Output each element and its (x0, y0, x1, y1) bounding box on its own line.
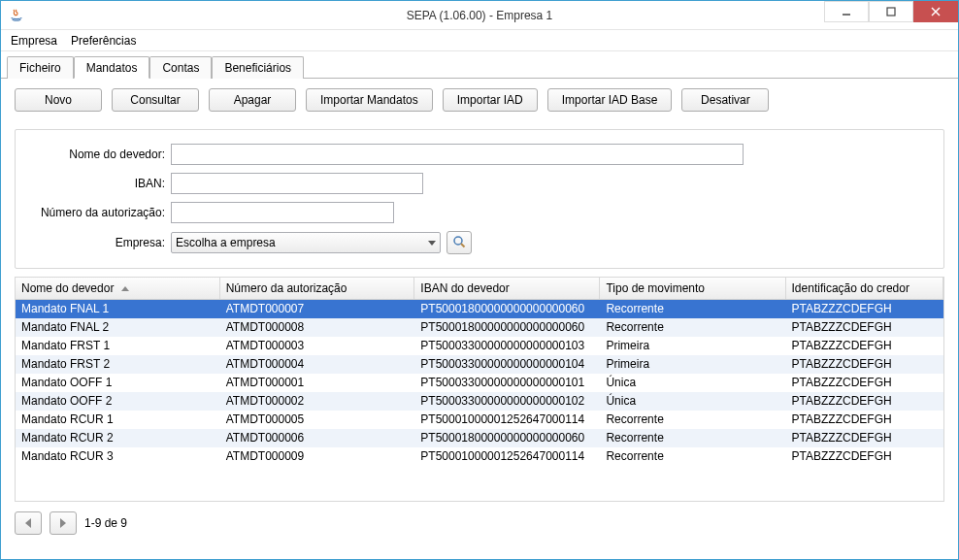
toolbar: Novo Consultar Apagar Importar Mandatos … (15, 88, 944, 112)
arrow-right-icon (60, 518, 66, 528)
mandatos-table-wrap: Nome do devedor Número da autorização IB… (15, 277, 944, 502)
content-area: Novo Consultar Apagar Importar Mandatos … (1, 79, 958, 544)
tab-contas[interactable]: Contas (149, 56, 212, 79)
tab-bar: Ficheiro Mandatos Contas Beneficiários (1, 51, 958, 79)
mandatos-table-body: Mandato FNAL 1ATMDT000007PT5000180000000… (16, 300, 943, 466)
iban-input[interactable] (171, 173, 423, 194)
importar-iad-button[interactable]: Importar IAD (443, 88, 538, 112)
arrow-left-icon (25, 518, 31, 528)
cell-numero: ATMDT000001 (219, 374, 414, 392)
prev-page-button[interactable] (15, 511, 42, 535)
table-row[interactable]: Mandato OOFF 1ATMDT000001PT5000330000000… (16, 374, 943, 392)
sort-asc-icon (121, 286, 129, 291)
minimize-button[interactable] (824, 1, 869, 22)
window-title: SEPA (1.06.00) - Empresa 1 (1, 9, 958, 22)
search-icon (452, 235, 466, 251)
col-header-iban[interactable]: IBAN do devedor (414, 278, 600, 300)
cell-numero: ATMDT000002 (219, 392, 414, 411)
importar-mandatos-button[interactable]: Importar Mandatos (306, 88, 433, 112)
table-row[interactable]: Mandato RCUR 3ATMDT000009PT5000100000125… (16, 447, 943, 466)
tab-mandatos[interactable]: Mandatos (74, 56, 150, 79)
col-header-credor[interactable]: Identificação do credor (785, 278, 942, 300)
tab-beneficiarios[interactable]: Beneficiários (212, 56, 304, 79)
pager-status: 1-9 de 9 (84, 516, 127, 530)
cell-tipo: Recorrente (600, 447, 785, 466)
table-row[interactable]: Mandato FRST 1ATMDT000003PT5000330000000… (16, 337, 943, 355)
cell-credor: PTABZZZCDEFGH (785, 337, 942, 355)
numero-autorizacao-label: Número da autorização: (25, 206, 171, 219)
cell-nome: Mandato FRST 1 (16, 337, 219, 355)
tab-ficheiro[interactable]: Ficheiro (7, 56, 74, 79)
search-button[interactable] (446, 231, 472, 254)
empresa-label: Empresa: (25, 236, 171, 249)
svg-rect-1 (887, 8, 895, 16)
col-header-tipo[interactable]: Tipo de movimento (600, 278, 785, 300)
pager: 1-9 de 9 (15, 511, 944, 535)
cell-tipo: Única (600, 392, 785, 411)
cell-numero: ATMDT000008 (219, 318, 414, 337)
importar-iad-base-button[interactable]: Importar IAD Base (547, 88, 673, 112)
cell-credor: PTABZZZCDEFGH (785, 355, 942, 374)
close-button[interactable] (913, 1, 958, 22)
cell-credor: PTABZZZCDEFGH (785, 447, 942, 466)
titlebar: SEPA (1.06.00) - Empresa 1 (1, 1, 958, 30)
cell-nome: Mandato FRST 2 (16, 355, 219, 374)
table-row[interactable]: Mandato FNAL 2ATMDT000008PT5000180000000… (16, 318, 943, 337)
mandatos-table: Nome do devedor Número da autorização IB… (16, 278, 943, 466)
cell-iban: PT50003300000000000000102 (414, 392, 600, 411)
empresa-select[interactable]: Escolha a empresa (171, 232, 441, 253)
cell-iban: PT50001800000000000000060 (414, 429, 600, 447)
cell-nome: Mandato OOFF 2 (16, 392, 219, 411)
menu-preferencias[interactable]: Preferências (71, 34, 136, 48)
apagar-button[interactable]: Apagar (209, 88, 296, 112)
chevron-down-icon (428, 241, 436, 246)
table-row[interactable]: Mandato OOFF 2ATMDT000002PT5000330000000… (16, 392, 943, 411)
cell-tipo: Recorrente (600, 318, 785, 337)
cell-iban: PT50003300000000000000104 (414, 355, 600, 374)
desativar-button[interactable]: Desativar (681, 88, 769, 112)
cell-nome: Mandato FNAL 1 (16, 300, 219, 318)
cell-tipo: Primeira (600, 355, 785, 374)
cell-iban: PT50001800000000000000060 (414, 318, 600, 337)
numero-autorizacao-input[interactable] (171, 202, 394, 223)
cell-numero: ATMDT000003 (219, 337, 414, 355)
consultar-button[interactable]: Consultar (112, 88, 199, 112)
col-header-nome[interactable]: Nome do devedor (16, 278, 219, 300)
cell-iban: PT50003300000000000000103 (414, 337, 600, 355)
empresa-select-value: Escolha a empresa (176, 236, 276, 249)
novo-button[interactable]: Novo (15, 88, 102, 112)
filter-panel: Nome do devedor: IBAN: Número da autoriz… (15, 129, 944, 269)
nome-devedor-input[interactable] (171, 144, 744, 165)
cell-numero: ATMDT000007 (219, 300, 414, 318)
table-row[interactable]: Mandato FNAL 1ATMDT000007PT5000180000000… (16, 300, 943, 318)
svg-point-4 (454, 237, 462, 245)
menubar: Empresa Preferências (1, 30, 958, 51)
cell-iban: PT50001800000000000000060 (414, 300, 600, 318)
cell-credor: PTABZZZCDEFGH (785, 318, 942, 337)
cell-credor: PTABZZZCDEFGH (785, 429, 942, 447)
menu-empresa[interactable]: Empresa (11, 34, 57, 48)
cell-credor: PTABZZZCDEFGH (785, 374, 942, 392)
table-row[interactable]: Mandato RCUR 1ATMDT000005PT5000100000125… (16, 411, 943, 429)
cell-nome: Mandato RCUR 1 (16, 411, 219, 429)
cell-tipo: Única (600, 374, 785, 392)
window-controls (824, 1, 958, 29)
cell-nome: Mandato FNAL 2 (16, 318, 219, 337)
cell-numero: ATMDT000009 (219, 447, 414, 466)
cell-nome: Mandato OOFF 1 (16, 374, 219, 392)
nome-devedor-label: Nome do devedor: (25, 148, 171, 161)
cell-iban: PT50001000001252647000114 (414, 447, 600, 466)
maximize-button[interactable] (869, 1, 913, 22)
cell-credor: PTABZZZCDEFGH (785, 392, 942, 411)
cell-credor: PTABZZZCDEFGH (785, 300, 942, 318)
java-icon (9, 8, 24, 23)
next-page-button[interactable] (50, 511, 77, 535)
iban-label: IBAN: (25, 177, 171, 190)
table-row[interactable]: Mandato FRST 2ATMDT000004PT5000330000000… (16, 355, 943, 374)
table-row[interactable]: Mandato RCUR 2ATMDT000006PT5000180000000… (16, 429, 943, 447)
cell-tipo: Recorrente (600, 429, 785, 447)
cell-numero: ATMDT000006 (219, 429, 414, 447)
svg-line-5 (461, 244, 465, 247)
cell-credor: PTABZZZCDEFGH (785, 411, 942, 429)
col-header-numero[interactable]: Número da autorização (219, 278, 414, 300)
